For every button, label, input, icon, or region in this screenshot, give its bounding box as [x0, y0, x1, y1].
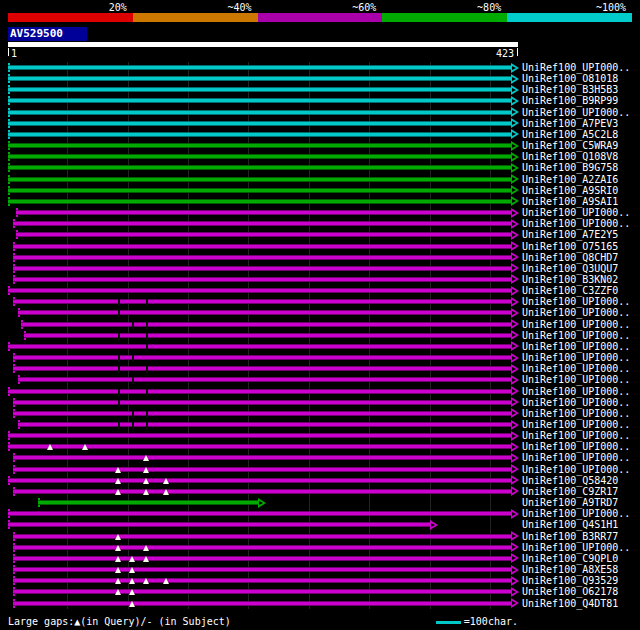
hit-alignment-bar[interactable] — [13, 455, 518, 460]
alignment-row[interactable]: UniRef100_Q4S1H1 — [0, 519, 640, 530]
hit-accession-label[interactable]: UniRef100_Q8CHD7 — [522, 252, 618, 263]
hit-accession-label[interactable]: UniRef100_A9SRI0 — [522, 185, 618, 196]
hit-alignment-bar[interactable] — [8, 344, 518, 349]
hit-alignment-bar[interactable] — [8, 143, 518, 148]
hit-alignment-bar[interactable] — [13, 601, 518, 606]
alignment-row[interactable]: UniRef100_A8XE58 — [0, 564, 640, 575]
alignment-row[interactable]: UniRef100_Q93529 — [0, 575, 640, 586]
alignment-row[interactable]: UniRef100_B9RP99 — [0, 95, 640, 106]
hit-accession-label[interactable]: UniRef100_UPI000.. — [522, 374, 630, 385]
hit-accession-label[interactable]: UniRef100_UPI000.. — [522, 341, 630, 352]
alignment-row[interactable]: UniRef100_UPI000.. — [0, 330, 640, 341]
alignment-row[interactable]: UniRef100_O81018 — [0, 73, 640, 84]
hit-accession-label[interactable]: UniRef100_B3H5B3 — [522, 84, 618, 95]
hit-accession-label[interactable]: UniRef100_UPI000.. — [522, 352, 630, 363]
alignment-row[interactable]: UniRef100_UPI000.. — [0, 386, 640, 397]
hit-accession-label[interactable]: UniRef100_Q4DT81 — [522, 598, 618, 609]
alignment-row[interactable]: UniRef100_A2ZAI6 — [0, 174, 640, 185]
alignment-row[interactable]: UniRef100_UPI000.. — [0, 296, 640, 307]
alignment-row[interactable]: UniRef100_A9TRD7 — [0, 497, 640, 508]
hit-alignment-bar[interactable] — [13, 366, 518, 371]
hit-accession-label[interactable]: UniRef100_B9RP99 — [522, 95, 618, 106]
hit-accession-label[interactable]: UniRef100_C9QPL0 — [522, 553, 618, 564]
hit-alignment-bar[interactable] — [13, 534, 518, 539]
alignment-row[interactable]: UniRef100_Q58420 — [0, 475, 640, 486]
hit-accession-label[interactable]: UniRef100_A5C2L8 — [522, 129, 618, 140]
hit-alignment-bar[interactable] — [24, 333, 518, 338]
hit-accession-label[interactable]: UniRef100_UPI000.. — [522, 319, 630, 330]
hit-accession-label[interactable]: UniRef100_UPI000.. — [522, 441, 630, 452]
hit-alignment-bar[interactable] — [13, 400, 518, 405]
hit-alignment-bar[interactable] — [16, 232, 518, 237]
alignment-row[interactable]: UniRef100_UPI000.. — [0, 452, 640, 463]
hit-alignment-bar[interactable] — [13, 299, 518, 304]
hit-alignment-bar[interactable] — [8, 199, 518, 204]
hit-accession-label[interactable]: UniRef100_UPI000.. — [522, 430, 630, 441]
hit-alignment-bar[interactable] — [8, 511, 518, 516]
hit-accession-label[interactable]: UniRef100_UPI000.. — [522, 363, 630, 374]
hit-accession-label[interactable]: UniRef100_C3ZZF0 — [522, 285, 618, 296]
hit-alignment-bar[interactable] — [8, 389, 518, 394]
hit-alignment-bar[interactable] — [13, 489, 518, 494]
hit-alignment-bar[interactable] — [8, 188, 518, 193]
hit-accession-label[interactable]: UniRef100_Q4S1H1 — [522, 519, 618, 530]
hit-accession-label[interactable]: UniRef100_UPI000.. — [522, 386, 630, 397]
hit-accession-label[interactable]: UniRef100_O75165 — [522, 241, 618, 252]
hit-alignment-bar[interactable] — [13, 467, 518, 472]
hit-alignment-bar[interactable] — [8, 121, 518, 126]
alignment-row[interactable]: UniRef100_C3ZZF0 — [0, 285, 640, 296]
alignment-row[interactable]: UniRef100_B9G758 — [0, 162, 640, 173]
alignment-row[interactable]: UniRef100_UPI000.. — [0, 374, 640, 385]
alignment-row[interactable]: UniRef100_UPI000.. — [0, 441, 640, 452]
alignment-row[interactable]: UniRef100_UPI000.. — [0, 218, 640, 229]
hit-accession-label[interactable]: UniRef100_C9ZR17 — [522, 486, 618, 497]
alignment-row[interactable]: UniRef100_UPI000.. — [0, 341, 640, 352]
alignment-row[interactable]: UniRef100_A5C2L8 — [0, 129, 640, 140]
alignment-row[interactable]: UniRef100_UPI000.. — [0, 319, 640, 330]
hit-alignment-bar[interactable] — [13, 545, 518, 550]
alignment-row[interactable]: UniRef100_UPI000.. — [0, 363, 640, 374]
hit-alignment-bar[interactable] — [16, 210, 518, 215]
alignment-row[interactable]: UniRef100_C9ZR17 — [0, 486, 640, 497]
hit-accession-label[interactable]: UniRef100_A9SAI1 — [522, 196, 618, 207]
alignment-row[interactable]: UniRef100_UPI000.. — [0, 107, 640, 118]
hit-accession-label[interactable]: UniRef100_UPI000.. — [522, 508, 630, 519]
alignment-row[interactable]: UniRef100_UPI000.. — [0, 508, 640, 519]
hit-accession-label[interactable]: UniRef100_UPI000.. — [522, 296, 630, 307]
alignment-row[interactable]: UniRef100_UPI000.. — [0, 307, 640, 318]
hit-alignment-bar[interactable] — [21, 322, 518, 327]
hit-accession-label[interactable]: UniRef100_UPI000.. — [522, 397, 630, 408]
hit-alignment-bar[interactable] — [18, 377, 518, 382]
alignment-row[interactable]: UniRef100_UPI000.. — [0, 430, 640, 441]
hit-accession-label[interactable]: UniRef100_UPI000.. — [522, 408, 630, 419]
alignment-row[interactable]: UniRef100_UPI000.. — [0, 62, 640, 73]
hit-alignment-bar[interactable] — [13, 244, 518, 249]
hit-alignment-bar[interactable] — [8, 288, 518, 293]
alignment-row[interactable]: UniRef100_O75165 — [0, 241, 640, 252]
hit-accession-label[interactable]: UniRef100_UPI000.. — [522, 452, 630, 463]
alignment-row[interactable]: UniRef100_A9SRI0 — [0, 185, 640, 196]
hit-accession-label[interactable]: UniRef100_Q108V8 — [522, 151, 618, 162]
hit-accession-label[interactable]: UniRef100_UPI000.. — [522, 542, 630, 553]
alignment-row[interactable]: UniRef100_Q4DT81 — [0, 598, 640, 609]
hit-alignment-bar[interactable] — [13, 266, 518, 271]
hit-alignment-bar[interactable] — [8, 154, 518, 159]
hit-alignment-bar[interactable] — [13, 411, 518, 416]
hit-accession-label[interactable]: UniRef100_O81018 — [522, 73, 618, 84]
alignment-row[interactable]: UniRef100_A7E2Y5 — [0, 229, 640, 240]
hit-alignment-bar[interactable] — [13, 221, 518, 226]
alignment-row[interactable]: UniRef100_UPI000.. — [0, 397, 640, 408]
hit-alignment-bar[interactable] — [8, 65, 518, 70]
alignment-row[interactable]: UniRef100_B3KN02 — [0, 274, 640, 285]
hit-accession-label[interactable]: UniRef100_UPI000.. — [522, 307, 630, 318]
hit-alignment-bar[interactable] — [8, 98, 518, 103]
hit-alignment-bar[interactable] — [8, 87, 518, 92]
alignment-row[interactable]: UniRef100_Q108V8 — [0, 151, 640, 162]
hit-alignment-bar[interactable] — [13, 589, 518, 594]
hit-accession-label[interactable]: UniRef100_C5WRA9 — [522, 140, 618, 151]
alignment-row[interactable]: UniRef100_Q3UQU7 — [0, 263, 640, 274]
hit-alignment-bar[interactable] — [8, 177, 518, 182]
alignment-row[interactable]: UniRef100_UPI000.. — [0, 352, 640, 363]
hit-accession-label[interactable]: UniRef100_B3KN02 — [522, 274, 618, 285]
hit-alignment-bar[interactable] — [18, 422, 518, 427]
